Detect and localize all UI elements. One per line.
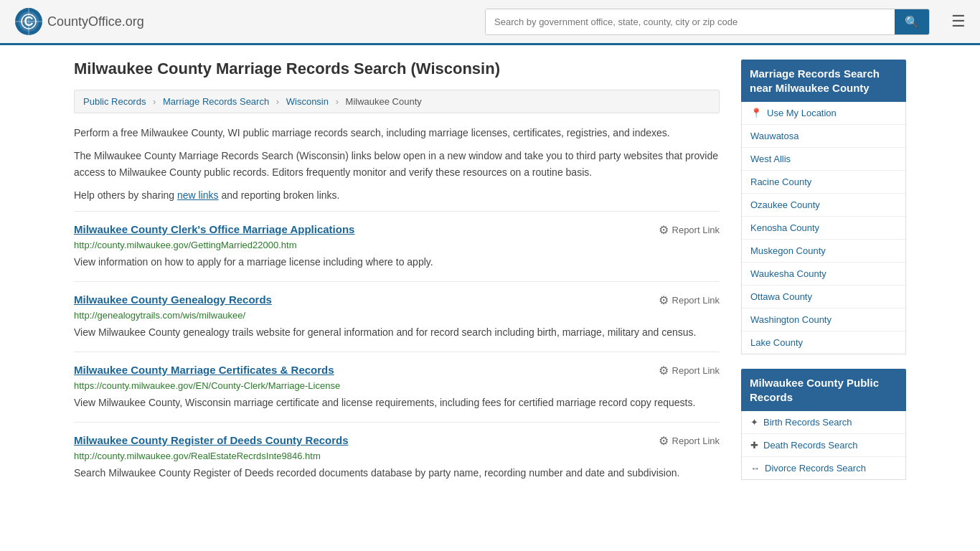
search-button[interactable]: 🔍 — [895, 9, 929, 34]
sidebar-section1-header: Marriage Records Search near Milwaukee C… — [741, 60, 906, 102]
result-title[interactable]: Milwaukee County Genealogy Records — [74, 293, 272, 306]
sidebar-item-kenosha-county[interactable]: Kenosha County — [742, 217, 905, 240]
result-item: Milwaukee County Genealogy Records ⚙ Rep… — [74, 281, 720, 352]
sidebar-nearby-list: 📍 Use My Location Wauwatosa West Allis R… — [741, 102, 906, 354]
report-link[interactable]: ⚙ Report Link — [659, 293, 720, 307]
page-title: Milwaukee County Marriage Records Search… — [74, 60, 720, 78]
wauwatosa-link[interactable]: Wauwatosa — [750, 131, 798, 141]
logo-link[interactable]: C CountyOffice.org — [14, 7, 144, 36]
breadcrumb-sep3: › — [336, 96, 339, 107]
sidebar-public-records-section: Milwaukee County Public Records ✦ Birth … — [741, 369, 906, 480]
sidebar-item-death-records[interactable]: ✚ Death Records Search — [742, 434, 905, 457]
result-url[interactable]: http://genealogytrails.com/wis/milwaukee… — [74, 310, 720, 321]
main-container: Milwaukee County Marriage Records Search… — [60, 45, 920, 509]
result-url[interactable]: http://county.milwaukee.gov/RealEstateRe… — [74, 451, 720, 461]
site-header: C CountyOffice.org 🔍 ☰ — [0, 0, 980, 45]
result-header: Milwaukee County Clerk's Office Marriage… — [74, 223, 720, 237]
washington-county-link[interactable]: Washington County — [750, 314, 831, 325]
sidebar-item-divorce-records[interactable]: ↔ Divorce Records Search — [742, 457, 905, 479]
report-icon: ⚙ — [659, 364, 669, 377]
death-records-link[interactable]: Death Records Search — [763, 440, 858, 451]
content-area: Milwaukee County Marriage Records Search… — [74, 60, 720, 494]
sidebar-section2-header: Milwaukee County Public Records — [741, 369, 906, 411]
report-icon: ⚙ — [659, 223, 669, 237]
ozaukee-county-link[interactable]: Ozaukee County — [750, 199, 820, 210]
sidebar-nearby-section: Marriage Records Search near Milwaukee C… — [741, 60, 906, 354]
use-my-location-link[interactable]: Use My Location — [767, 108, 837, 118]
result-url[interactable]: http://county.milwaukee.gov/GettingMarri… — [74, 240, 720, 250]
lake-county-link[interactable]: Lake County — [750, 337, 803, 348]
breadcrumb-marriage-records[interactable]: Marriage Records Search — [163, 96, 269, 107]
breadcrumb: Public Records › Marriage Records Search… — [74, 90, 720, 113]
result-header: Milwaukee County Genealogy Records ⚙ Rep… — [74, 293, 720, 307]
result-item: Milwaukee County Clerk's Office Marriage… — [74, 211, 720, 281]
breadcrumb-sep1: › — [153, 96, 156, 107]
breadcrumb-wisconsin[interactable]: Wisconsin — [286, 96, 329, 107]
report-link[interactable]: ⚙ Report Link — [659, 364, 720, 377]
birth-records-link[interactable]: Birth Records Search — [763, 417, 852, 428]
sidebar-item-west-allis[interactable]: West Allis — [742, 148, 905, 171]
result-desc: Search Milwaukee County Register of Deed… — [74, 466, 720, 481]
description-3: Help others by sharing new links and rep… — [74, 187, 720, 203]
logo-text: CountyOffice.org — [47, 14, 144, 29]
result-url[interactable]: https://county.milwaukee.gov/EN/County-C… — [74, 380, 720, 391]
sidebar-item-ottawa-county[interactable]: Ottawa County — [742, 286, 905, 309]
sidebar-item-washington-county[interactable]: Washington County — [742, 309, 905, 331]
birth-records-icon: ✦ — [750, 417, 758, 428]
result-desc: View information on how to apply for a m… — [74, 255, 720, 270]
location-icon: 📍 — [750, 108, 762, 118]
divorce-records-link[interactable]: Divorce Records Search — [765, 463, 866, 474]
sidebar-item-birth-records[interactable]: ✦ Birth Records Search — [742, 411, 905, 434]
divorce-records-icon: ↔ — [750, 463, 760, 474]
sidebar-item-waukesha-county[interactable]: Waukesha County — [742, 263, 905, 286]
sidebar-item-racine-county[interactable]: Racine County — [742, 171, 905, 194]
sidebar-item-ozaukee-county[interactable]: Ozaukee County — [742, 194, 905, 217]
sidebar-item-muskegon-county[interactable]: Muskegon County — [742, 240, 905, 263]
description-1: Perform a free Milwaukee County, WI publ… — [74, 125, 720, 141]
description-2: The Milwaukee County Marriage Records Se… — [74, 148, 720, 180]
report-icon: ⚙ — [659, 434, 669, 448]
waukesha-county-link[interactable]: Waukesha County — [750, 268, 826, 279]
new-links-link[interactable]: new links — [177, 189, 219, 201]
racine-county-link[interactable]: Racine County — [750, 176, 811, 187]
result-item: Milwaukee County Register of Deeds Count… — [74, 422, 720, 492]
kenosha-county-link[interactable]: Kenosha County — [750, 222, 819, 233]
search-input[interactable] — [486, 9, 895, 34]
result-title[interactable]: Milwaukee County Marriage Certificates &… — [74, 364, 334, 376]
sidebar-item-wauwatosa[interactable]: Wauwatosa — [742, 125, 905, 148]
sidebar-item-use-my-location[interactable]: 📍 Use My Location — [742, 102, 905, 125]
result-item: Milwaukee County Marriage Certificates &… — [74, 352, 720, 422]
result-desc: View Milwaukee County, Wisconsin marriag… — [74, 395, 720, 410]
muskegon-county-link[interactable]: Muskegon County — [750, 245, 826, 256]
report-link[interactable]: ⚙ Report Link — [659, 434, 720, 448]
report-link[interactable]: ⚙ Report Link — [659, 223, 720, 237]
sidebar-item-lake-county[interactable]: Lake County — [742, 331, 905, 354]
ottawa-county-link[interactable]: Ottawa County — [750, 291, 812, 302]
sidebar-public-records-list: ✦ Birth Records Search ✚ Death Records S… — [741, 411, 906, 480]
result-title[interactable]: Milwaukee County Clerk's Office Marriage… — [74, 223, 354, 235]
result-header: Milwaukee County Marriage Certificates &… — [74, 364, 720, 377]
result-desc: View Milwaukee County genealogy trails w… — [74, 325, 720, 340]
sidebar: Marriage Records Search near Milwaukee C… — [741, 60, 906, 494]
breadcrumb-sep2: › — [276, 96, 279, 107]
result-title[interactable]: Milwaukee County Register of Deeds Count… — [74, 434, 349, 446]
breadcrumb-public-records[interactable]: Public Records — [83, 96, 146, 107]
report-icon: ⚙ — [659, 293, 669, 307]
search-bar: 🔍 — [485, 9, 930, 35]
breadcrumb-current: Milwaukee County — [346, 96, 422, 107]
hamburger-menu[interactable]: ☰ — [951, 12, 966, 31]
result-header: Milwaukee County Register of Deeds Count… — [74, 434, 720, 448]
logo-icon: C — [14, 7, 43, 36]
west-allis-link[interactable]: West Allis — [750, 154, 791, 164]
death-records-icon: ✚ — [750, 440, 758, 451]
